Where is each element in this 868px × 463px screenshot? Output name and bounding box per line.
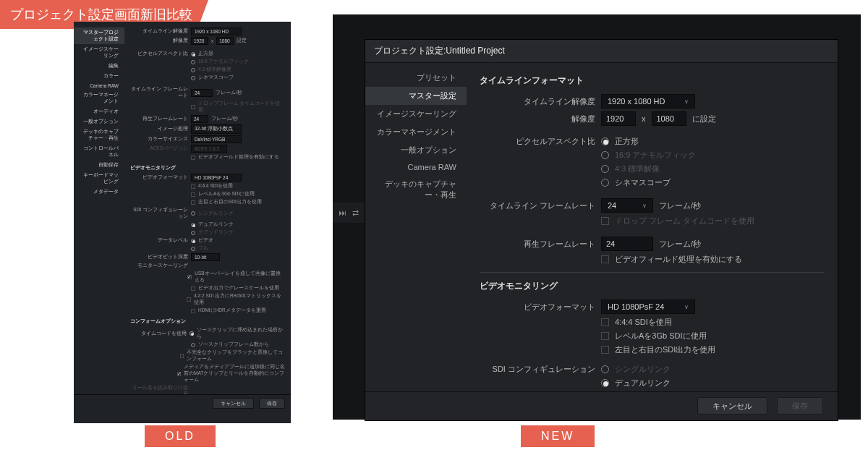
sidebar-item[interactable]: キーボードマッピング <box>74 170 124 187</box>
playback-controls: ⏭ ⇄ <box>333 203 365 223</box>
label: SDI コンフィギュレーション <box>480 364 595 375</box>
timeline-res-select[interactable]: 1920 x 1080 HD <box>191 27 242 35</box>
aspect-radio[interactable] <box>601 151 609 159</box>
sidebar-item[interactable]: 一般オプション <box>365 141 467 159</box>
divider <box>480 272 825 273</box>
sidebar-item[interactable]: コントロールパネル <box>74 143 124 160</box>
check[interactable] <box>177 372 181 376</box>
aces-select: ACES 1.0.3 <box>191 145 227 153</box>
check[interactable] <box>601 332 609 340</box>
check[interactable] <box>191 200 195 205</box>
label: ACESバージョン <box>130 145 188 152</box>
label: SDI コンフィギュレーション <box>130 207 188 220</box>
next-icon[interactable]: ⏭ <box>339 208 346 217</box>
sidebar-item[interactable]: Camera RAW <box>74 81 124 90</box>
sidebar-item[interactable]: Camera RAW <box>365 159 467 175</box>
chevron-down-icon: ∨ <box>642 203 647 209</box>
check[interactable] <box>601 346 609 354</box>
new-tag: NEW <box>521 425 595 447</box>
aspect-radio[interactable] <box>601 179 609 187</box>
check[interactable] <box>187 275 192 279</box>
sidebar-item[interactable]: 一般オプション <box>74 116 124 127</box>
sidebar-item[interactable]: メタデータ <box>74 187 124 197</box>
dropframe-check[interactable] <box>191 105 195 109</box>
sdi-radio[interactable] <box>601 379 609 387</box>
aspect-radio[interactable] <box>191 76 195 80</box>
label: タイムライン フレームレート <box>480 200 595 211</box>
cancel-button[interactable]: キャンセル <box>213 398 254 409</box>
bitdepth-select[interactable]: 10-bit <box>191 253 220 261</box>
colorscience-select[interactable]: DaVinci YRGB <box>191 135 242 143</box>
datalevel-radio[interactable] <box>191 239 195 243</box>
label: 再生フレームレート <box>130 116 188 122</box>
timeline-res-select[interactable]: 1920 x 1080 HD∨ <box>601 94 695 109</box>
label: 再生フレームレート <box>480 239 595 250</box>
sidebar-item[interactable]: カラーマネージメント <box>365 123 467 141</box>
sdi-radio[interactable] <box>601 365 609 373</box>
check[interactable] <box>191 184 195 189</box>
check[interactable] <box>191 192 195 197</box>
check[interactable] <box>187 297 191 302</box>
sdi-radio[interactable] <box>191 211 195 216</box>
sidebar-item[interactable]: イメージスケーリング <box>365 105 467 123</box>
sidebar-item[interactable]: 自動保存 <box>74 160 124 170</box>
aspect-radio[interactable] <box>601 137 609 145</box>
aspect-radio[interactable] <box>191 52 195 56</box>
sdi-radio[interactable] <box>191 223 195 227</box>
videofield-check[interactable] <box>601 255 609 263</box>
new-sidebar: プリセット マスター設定 イメージスケーリング カラーマネージメント 一般オプシ… <box>365 63 467 391</box>
res-w-input[interactable]: 1920 <box>601 111 636 126</box>
save-button[interactable]: 保存 <box>259 398 285 409</box>
check[interactable] <box>191 309 195 313</box>
res-h-input[interactable]: 1080 <box>652 111 686 126</box>
videofmt-select[interactable]: HD 1080PsF 24 <box>191 174 242 182</box>
tc-radio[interactable] <box>190 331 194 336</box>
sidebar-item[interactable]: プリセット <box>365 69 467 87</box>
new-settings-panel: プロジェクト設定:Untitled Project プリセット マスター設定 イ… <box>365 39 838 421</box>
section-header: タイムラインフォーマット <box>480 75 825 87</box>
sidebar-item[interactable]: イメージスケーリング <box>74 44 124 61</box>
aspect-radio[interactable] <box>191 60 195 64</box>
check[interactable] <box>601 318 609 326</box>
label: ピクセルアスペクト比 <box>130 51 188 57</box>
check[interactable] <box>191 286 195 291</box>
aspect-radio[interactable] <box>191 68 195 72</box>
aspect-radio[interactable] <box>601 165 609 173</box>
label: データレベル <box>130 237 188 244</box>
tc-radio[interactable] <box>191 343 195 347</box>
sidebar-item[interactable]: マスタープロジェクト設定 <box>74 27 124 44</box>
save-button[interactable]: 保存 <box>777 397 823 415</box>
label: ピクセルアスペクト比 <box>480 136 595 147</box>
datalevel-radio[interactable] <box>191 247 195 251</box>
img-proc-select[interactable]: 32-bit 浮動小数点 <box>191 124 242 134</box>
videofmt-select[interactable]: HD 1080PsF 24∨ <box>601 300 695 314</box>
sidebar-item[interactable]: デッキのキャプチャー・再生 <box>365 175 467 204</box>
tl-framerate-select[interactable]: 24∨ <box>601 198 653 213</box>
pb-framerate-input[interactable]: 24 <box>601 237 653 251</box>
sidebar-item[interactable]: 編集 <box>74 61 124 71</box>
tl-framerate-select[interactable]: 24 <box>191 89 213 97</box>
sidebar-item[interactable]: カラーマネージメント <box>74 90 124 106</box>
chevron-down-icon: ∨ <box>684 98 689 105</box>
res-w-input[interactable]: 1920 <box>191 37 208 45</box>
pb-framerate-input[interactable]: 24 <box>191 115 208 123</box>
old-sidebar: マスタープロジェクト設定 イメージスケーリング 編集 カラー Camera RA… <box>74 22 124 394</box>
label: イメージ処理 <box>130 126 188 132</box>
videofield-check[interactable] <box>191 156 195 160</box>
label: タイムライン フレームレート <box>130 86 188 99</box>
label: ビデオフォーマット <box>480 302 595 313</box>
sidebar-item[interactable]: マスター設定 <box>365 87 467 105</box>
sidebar-item[interactable]: デッキのキャプチャー・再生 <box>74 127 124 143</box>
dropframe-check[interactable] <box>601 217 609 225</box>
sidebar-item[interactable]: カラー <box>74 71 124 81</box>
sdi-radio[interactable] <box>191 231 195 235</box>
res-h-input[interactable]: 1080 <box>216 37 234 45</box>
label: 解像度 <box>480 114 595 124</box>
cancel-button[interactable]: キャンセル <box>697 397 767 415</box>
label: モニタースケーリング <box>130 263 188 269</box>
old-tag: OLD <box>145 425 216 447</box>
loop-icon[interactable]: ⇄ <box>352 208 359 218</box>
sidebar-item[interactable]: オーディオ <box>74 106 124 116</box>
check[interactable] <box>180 354 184 358</box>
label: タイムライン解像度 <box>480 96 595 107</box>
